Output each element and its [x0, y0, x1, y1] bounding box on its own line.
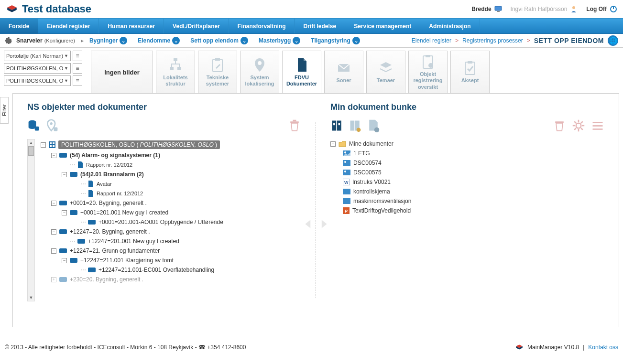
svg-point-48: [576, 123, 581, 128]
nav-drift-ledelse[interactable]: Drift ledelse: [295, 19, 345, 33]
card-temaer[interactable]: Temaer: [366, 51, 405, 94]
collapse-icon[interactable]: −: [330, 141, 336, 147]
breadcrumb-link[interactable]: Registrerings prosesser: [462, 37, 523, 44]
settings-gear-icon[interactable]: [572, 119, 585, 132]
list-button[interactable]: ≡: [73, 75, 82, 86]
tree-leaf[interactable]: kontrollskjema: [330, 187, 604, 196]
tree-leaf[interactable]: ⋯Rapport nr. 12/2012: [41, 189, 301, 198]
list-button[interactable]: ≡: [73, 63, 82, 74]
bredde-button[interactable]: Bredde: [471, 6, 502, 12]
card-tekniske-systemer[interactable]: Tekniskesystemer: [198, 51, 237, 94]
konfigurere-link[interactable]: (Konfigurere): [44, 38, 75, 43]
collapse-icon[interactable]: −: [51, 201, 56, 206]
tree-leaf[interactable]: 1 ETG: [330, 149, 604, 158]
tree-leaf[interactable]: DSC00575: [330, 168, 604, 177]
scroll-down-icon[interactable]: ▼: [28, 294, 34, 301]
tree-node[interactable]: −+12247=21. Grunn og fundamenter: [41, 246, 301, 256]
binder-locked-icon[interactable]: [349, 119, 362, 132]
card-ingen-bilder[interactable]: Ingen bilder: [91, 51, 153, 94]
tree-leaf[interactable]: WInstruks V0021: [330, 177, 604, 187]
nav-eiendel-register[interactable]: Eiendel register: [38, 19, 99, 33]
tree-node[interactable]: −+12247=20. Bygning, generelt .: [41, 227, 301, 236]
breadcrumb-link[interactable]: Eiendel register: [412, 37, 451, 44]
card-aksept[interactable]: Aksept: [450, 51, 490, 94]
svg-rect-36: [70, 258, 77, 263]
chevron-down-icon: ⌄: [240, 37, 248, 44]
card-fdvu-dokumenter[interactable]: FDVUDokumenter: [282, 51, 321, 94]
tree-leaf[interactable]: ⋯Rapport nr. 12/2012: [41, 160, 301, 170]
tree-node[interactable]: −+12247=211.001 Klargjøring av tomt: [41, 256, 301, 265]
binder-icon[interactable]: [330, 119, 344, 132]
tree-node[interactable]: −(54)2.01 Brannalarm (2): [41, 170, 301, 179]
collapse-icon[interactable]: −: [41, 142, 46, 148]
tree-leaf[interactable]: ⋯+0001=201.001-AO001 Oppbygende / Utføre…: [41, 217, 301, 227]
nav-human-ressurser[interactable]: Human ressurser: [99, 19, 164, 33]
node-label: kontrollskjema: [353, 188, 390, 195]
document-add-icon[interactable]: [367, 119, 380, 132]
shortcut-eiendomme[interactable]: Eiendomme⌄: [138, 37, 180, 44]
system-icon: [70, 172, 77, 177]
tree-node[interactable]: −+0001=20. Bygning, generelt .: [41, 198, 301, 208]
gear-icon[interactable]: [5, 37, 12, 44]
collapse-icon[interactable]: −: [51, 248, 56, 254]
contact-link[interactable]: Kontakt oss: [588, 344, 618, 351]
expand-icon[interactable]: +: [51, 277, 56, 282]
collapse-icon[interactable]: −: [51, 229, 56, 235]
nav-finansforvaltning[interactable]: Finansforvaltning: [229, 19, 295, 33]
tree-root[interactable]: − POLITIHØGSKOLEN, OSLO ( POLITIHØGSKOLE…: [41, 139, 301, 150]
nav-forside[interactable]: Forside: [0, 19, 38, 33]
scroll-up-icon[interactable]: ▲: [28, 139, 34, 146]
card-lokalitets-struktur[interactable]: Lokalitetsstruktur: [156, 51, 195, 94]
tree-leaf[interactable]: PTextiDriftogVedligehold: [330, 206, 604, 215]
tree-leaf[interactable]: maskinromsventilasjon: [330, 196, 604, 206]
footer-copyright: © 2013 - Alle rettigheter forbeholdt - I…: [5, 344, 246, 351]
logoff-button[interactable]: Log Off: [586, 5, 617, 13]
tree-node-truncated[interactable]: ++230=20. Bygning, generelt .: [41, 275, 301, 284]
tree-node[interactable]: −+0001=201.001 New guy I created: [41, 208, 301, 217]
chevron-down-icon: ⌄: [172, 37, 180, 44]
shortcut-tilgangstyring[interactable]: Tilgangstyring⌄: [311, 37, 360, 44]
nav-service-management[interactable]: Service management: [345, 19, 420, 33]
collapse-icon[interactable]: −: [62, 210, 67, 215]
estate-select-1[interactable]: POLITIHØGSKOLEN, O▼: [4, 63, 71, 74]
database-icon[interactable]: [27, 119, 41, 132]
collapse-icon[interactable]: −: [51, 153, 56, 158]
shortcut-bygninger[interactable]: Bygninger⌄: [89, 37, 127, 44]
tree-scrollbar[interactable]: ▲ ▼: [27, 139, 35, 301]
nav-administrasjon[interactable]: Administrasjon: [420, 19, 480, 33]
filter-tab[interactable]: Filter: [0, 97, 9, 124]
tree-leaf[interactable]: DSC00574: [330, 158, 604, 168]
menu-icon[interactable]: [591, 119, 604, 132]
arrow-icon: ▸: [81, 37, 84, 44]
svg-point-10: [258, 61, 262, 65]
tree-leaf[interactable]: ⋯+12247=211.001-EC001 Overflatebehandlin…: [41, 265, 301, 275]
card-objekt-registrering[interactable]: Objektregistrering oversikt: [408, 51, 448, 94]
trash-icon[interactable]: [553, 119, 566, 132]
collapse-icon[interactable]: −: [62, 258, 67, 263]
card-system-lokalisering[interactable]: Systemlokalisering: [240, 51, 279, 94]
globe-icon[interactable]: 🌐: [608, 35, 618, 46]
shortcut-masterbygg[interactable]: Masterbygg⌄: [259, 37, 300, 44]
user-label[interactable]: Ingvi Rafn Hafþórsson: [511, 5, 578, 13]
chevron-down-icon: ⌄: [120, 37, 127, 44]
scroll-thumb[interactable]: [28, 146, 34, 156]
node-label: DSC00575: [353, 169, 382, 176]
node-label: Rapport nr. 12/2012: [97, 191, 143, 196]
tree-root[interactable]: − Mine dokumenter: [330, 139, 604, 149]
select-value: Portofølje (Kari Norman): [6, 53, 63, 59]
collapse-icon[interactable]: −: [62, 172, 67, 177]
trash-icon[interactable]: [288, 119, 301, 132]
portfolio-select[interactable]: Portofølje (Kari Norman)▼: [4, 51, 71, 61]
estate-select-2[interactable]: POLITIHØGSKOLEN, O▼: [4, 75, 71, 86]
svg-rect-8: [213, 59, 222, 72]
location-filter-icon[interactable]: [45, 119, 59, 132]
tree-leaf[interactable]: ⋯+12247=201.001 New guy I created: [41, 236, 301, 246]
card-soner[interactable]: Soner: [324, 51, 363, 94]
svg-point-61: [344, 151, 346, 153]
tree-node[interactable]: −(54) Alarm- og signalsystemer (1): [41, 150, 301, 160]
list-button[interactable]: ≡: [73, 51, 82, 61]
shortcut-sett-opp-eiendom[interactable]: Sett opp eiendom⌄: [190, 37, 248, 44]
tree-leaf[interactable]: ⋯Avatar: [41, 179, 301, 189]
nav-vedl-driftsplaner[interactable]: Vedl./Driftsplaner: [164, 19, 229, 33]
svg-rect-64: [343, 170, 350, 175]
